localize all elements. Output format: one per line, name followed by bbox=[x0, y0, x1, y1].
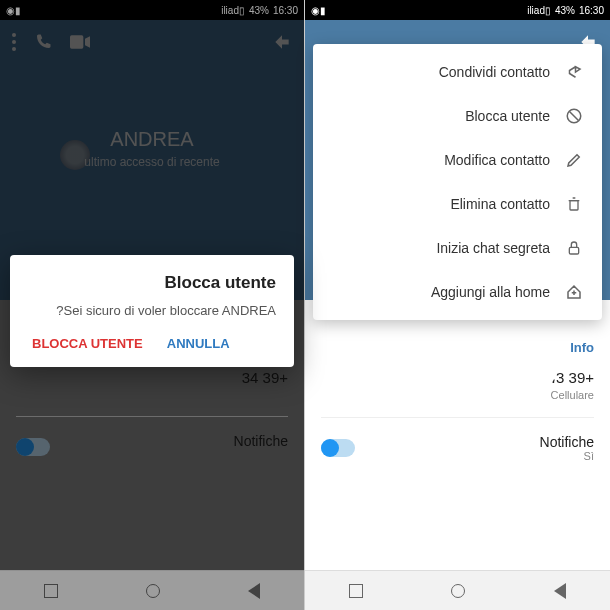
status-bar: 16:30 43% ▯ iliad ▮ ◉ bbox=[305, 0, 610, 20]
home-icon[interactable] bbox=[451, 584, 465, 598]
signal-icon: ▮ bbox=[320, 5, 326, 16]
block-dialog: Blocca utente Sei sicuro di voler blocca… bbox=[10, 255, 294, 367]
confirm-button[interactable]: BLOCCA UTENTE bbox=[32, 336, 143, 351]
screenshot-right: 16:30 43% ▯ iliad ▮ ◉ Condividi contatto… bbox=[305, 0, 610, 610]
info-heading: Info bbox=[321, 340, 594, 355]
notif-label: Notifiche bbox=[355, 434, 594, 450]
dialog-title: Blocca utente bbox=[28, 273, 276, 293]
menu-block-user[interactable]: Blocca utente bbox=[313, 94, 602, 138]
menu-label: Modifica contatto bbox=[444, 152, 550, 168]
phone-number[interactable]: +39 3، bbox=[321, 369, 594, 387]
home-add-icon bbox=[564, 282, 584, 302]
back-nav-icon[interactable] bbox=[554, 583, 566, 599]
context-menu: Condividi contatto Blocca utente Modific… bbox=[313, 44, 602, 320]
carrier: iliad bbox=[527, 5, 545, 16]
notif-value: Sì bbox=[355, 450, 594, 462]
battery-pct: 43% bbox=[555, 5, 575, 16]
recent-apps-icon[interactable] bbox=[349, 584, 363, 598]
cancel-button[interactable]: ANNULLA bbox=[167, 336, 230, 351]
menu-label: Aggiungi alla home bbox=[431, 284, 550, 300]
svg-rect-6 bbox=[570, 201, 578, 210]
menu-label: Inizia chat segreta bbox=[436, 240, 550, 256]
menu-delete-contact[interactable]: Elimina contatto bbox=[313, 182, 602, 226]
menu-label: Elimina contatto bbox=[450, 196, 550, 212]
wifi-icon: ◉ bbox=[311, 5, 320, 16]
menu-add-home[interactable]: Aggiungi alla home bbox=[313, 270, 602, 314]
block-icon bbox=[564, 106, 584, 126]
menu-secret-chat[interactable]: Inizia chat segreta bbox=[313, 226, 602, 270]
menu-label: Condividi contatto bbox=[439, 64, 550, 80]
clock: 16:30 bbox=[579, 5, 604, 16]
phone-type: Cellulare bbox=[321, 389, 594, 401]
menu-share-contact[interactable]: Condividi contatto bbox=[313, 50, 602, 94]
menu-label: Blocca utente bbox=[465, 108, 550, 124]
menu-edit-contact[interactable]: Modifica contatto bbox=[313, 138, 602, 182]
screenshot-left: 16:30 43% ▯ iliad ▮ ◉ ANDREA ultimo acce… bbox=[0, 0, 305, 610]
divider bbox=[321, 417, 594, 418]
notifications-row[interactable]: Notifiche Sì bbox=[321, 434, 594, 462]
svg-rect-7 bbox=[569, 247, 578, 254]
profile-header: Condividi contatto Blocca utente Modific… bbox=[305, 20, 610, 300]
delete-icon bbox=[564, 194, 584, 214]
nav-bar bbox=[305, 570, 610, 610]
battery-icon: ▯ bbox=[545, 5, 551, 16]
dialog-message: Sei sicuro di voler bloccare ANDREA? bbox=[28, 303, 276, 318]
profile-content: Info +39 3، Cellulare Notifiche Sì bbox=[305, 300, 610, 570]
lock-icon bbox=[564, 238, 584, 258]
notif-toggle[interactable] bbox=[321, 439, 355, 457]
share-icon bbox=[564, 62, 584, 82]
edit-icon bbox=[564, 150, 584, 170]
